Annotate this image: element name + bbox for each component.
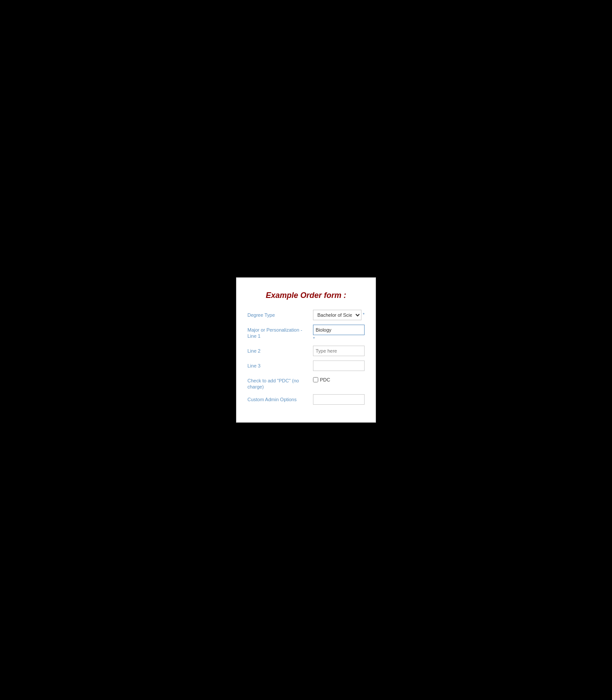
line2-label: Line 2: [247, 346, 313, 354]
line3-row: Line 3: [247, 360, 365, 371]
custom-admin-row: Custom Admin Options: [247, 394, 365, 405]
major-line1-field: *: [313, 325, 365, 341]
major-line1-input[interactable]: [313, 325, 365, 335]
custom-admin-field: [313, 394, 365, 405]
form-title: Example Order form :: [247, 291, 365, 300]
pdc-checkbox-label: PDC: [320, 377, 330, 382]
degree-type-field: Bachelor of Science Master of Science Ba…: [313, 310, 362, 320]
pdc-label: Check to add "PDC" (no charge): [247, 375, 313, 390]
pdc-checkbox-wrapper: PDC: [313, 375, 365, 382]
line2-row: Line 2: [247, 346, 365, 356]
custom-admin-input[interactable]: [313, 394, 365, 405]
line2-field: [313, 346, 365, 356]
pdc-checkbox[interactable]: [313, 377, 318, 382]
pdc-field: PDC: [313, 375, 365, 382]
major-line1-required-star: *: [313, 336, 365, 341]
major-line1-label: Major or Personalization - Line 1: [247, 325, 313, 340]
line3-label: Line 3: [247, 360, 313, 369]
degree-type-row: Degree Type Bachelor of Science Master o…: [247, 310, 365, 320]
pdc-row: Check to add "PDC" (no charge) PDC: [247, 375, 365, 390]
degree-type-select[interactable]: Bachelor of Science Master of Science Ba…: [313, 310, 362, 320]
major-line1-row: Major or Personalization - Line 1 *: [247, 325, 365, 341]
degree-type-label: Degree Type: [247, 310, 313, 318]
line3-input[interactable]: [313, 360, 365, 371]
custom-admin-label: Custom Admin Options: [247, 394, 313, 402]
line3-field: [313, 360, 365, 371]
degree-type-required: *: [363, 310, 365, 317]
order-form: Example Order form : Degree Type Bachelo…: [236, 277, 376, 423]
line2-input[interactable]: [313, 346, 365, 356]
